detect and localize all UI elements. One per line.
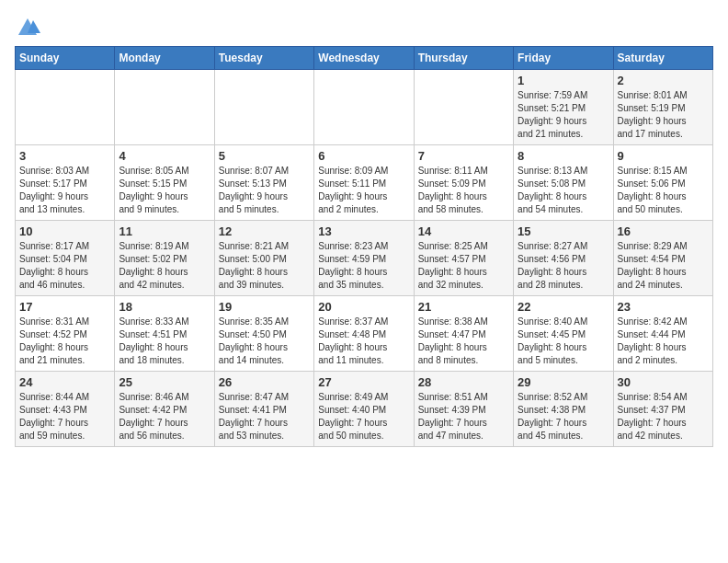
- day-info: Sunrise: 7:59 AM Sunset: 5:21 PM Dayligh…: [518, 89, 609, 141]
- day-info: Sunrise: 8:13 AM Sunset: 5:08 PM Dayligh…: [518, 165, 609, 216]
- day-number: 28: [418, 375, 509, 389]
- calendar-cell: 7Sunrise: 8:11 AM Sunset: 5:09 PM Daylig…: [414, 145, 513, 221]
- day-number: 18: [119, 300, 210, 314]
- calendar-cell: [414, 70, 513, 145]
- day-number: 14: [418, 224, 509, 238]
- day-number: 9: [618, 149, 709, 163]
- weekday-header-saturday: Saturday: [613, 47, 712, 70]
- day-info: Sunrise: 8:51 AM Sunset: 4:39 PM Dayligh…: [418, 391, 509, 442]
- calendar-cell: 17Sunrise: 8:31 AM Sunset: 4:52 PM Dayli…: [16, 296, 115, 372]
- calendar-cell: 4Sunrise: 8:05 AM Sunset: 5:15 PM Daylig…: [115, 145, 214, 221]
- calendar-cell: 20Sunrise: 8:37 AM Sunset: 4:48 PM Dayli…: [314, 296, 414, 372]
- day-info: Sunrise: 8:23 AM Sunset: 4:59 PM Dayligh…: [318, 240, 409, 292]
- day-number: 16: [618, 224, 709, 238]
- day-info: Sunrise: 8:25 AM Sunset: 4:57 PM Dayligh…: [418, 240, 509, 292]
- day-number: 25: [119, 375, 210, 389]
- weekday-header-monday: Monday: [115, 47, 214, 70]
- day-number: 17: [19, 300, 110, 314]
- day-info: Sunrise: 8:38 AM Sunset: 4:47 PM Dayligh…: [418, 316, 509, 367]
- calendar-header-row: SundayMondayTuesdayWednesdayThursdayFrid…: [16, 47, 713, 70]
- calendar-table: SundayMondayTuesdayWednesdayThursdayFrid…: [15, 46, 713, 447]
- calendar-cell: 14Sunrise: 8:25 AM Sunset: 4:57 PM Dayli…: [414, 221, 513, 296]
- day-number: 27: [318, 375, 409, 389]
- page-header: [15, 15, 713, 37]
- calendar-cell: 23Sunrise: 8:42 AM Sunset: 4:44 PM Dayli…: [613, 296, 712, 372]
- day-info: Sunrise: 8:11 AM Sunset: 5:09 PM Dayligh…: [418, 165, 509, 216]
- day-info: Sunrise: 8:21 AM Sunset: 5:00 PM Dayligh…: [219, 240, 310, 292]
- day-info: Sunrise: 8:31 AM Sunset: 4:52 PM Dayligh…: [19, 316, 110, 367]
- day-info: Sunrise: 8:09 AM Sunset: 5:11 PM Dayligh…: [318, 165, 409, 216]
- day-info: Sunrise: 8:52 AM Sunset: 4:38 PM Dayligh…: [518, 391, 609, 442]
- calendar-cell: 15Sunrise: 8:27 AM Sunset: 4:56 PM Dayli…: [514, 221, 613, 296]
- day-number: 19: [219, 300, 310, 314]
- day-number: 12: [219, 224, 310, 238]
- day-number: 3: [19, 149, 110, 163]
- day-number: 11: [119, 224, 210, 238]
- calendar-cell: [214, 70, 313, 145]
- calendar-cell: 27Sunrise: 8:49 AM Sunset: 4:40 PM Dayli…: [314, 372, 414, 447]
- weekday-header-tuesday: Tuesday: [214, 47, 313, 70]
- calendar-cell: 21Sunrise: 8:38 AM Sunset: 4:47 PM Dayli…: [414, 296, 513, 372]
- day-info: Sunrise: 8:27 AM Sunset: 4:56 PM Dayligh…: [518, 240, 609, 292]
- day-info: Sunrise: 8:19 AM Sunset: 5:02 PM Dayligh…: [119, 240, 210, 292]
- day-number: 13: [318, 224, 409, 238]
- calendar-cell: 22Sunrise: 8:40 AM Sunset: 4:45 PM Dayli…: [514, 296, 613, 372]
- day-info: Sunrise: 8:33 AM Sunset: 4:51 PM Dayligh…: [119, 316, 210, 367]
- calendar-week-row: 24Sunrise: 8:44 AM Sunset: 4:43 PM Dayli…: [16, 372, 713, 447]
- calendar-cell: 16Sunrise: 8:29 AM Sunset: 4:54 PM Dayli…: [613, 221, 712, 296]
- day-number: 26: [219, 375, 310, 389]
- calendar-cell: 28Sunrise: 8:51 AM Sunset: 4:39 PM Dayli…: [414, 372, 513, 447]
- weekday-header-sunday: Sunday: [16, 47, 115, 70]
- day-info: Sunrise: 8:03 AM Sunset: 5:17 PM Dayligh…: [19, 165, 110, 216]
- day-info: Sunrise: 8:35 AM Sunset: 4:50 PM Dayligh…: [219, 316, 310, 367]
- calendar-cell: 6Sunrise: 8:09 AM Sunset: 5:11 PM Daylig…: [314, 145, 414, 221]
- day-info: Sunrise: 8:46 AM Sunset: 4:42 PM Dayligh…: [119, 391, 210, 442]
- calendar-week-row: 17Sunrise: 8:31 AM Sunset: 4:52 PM Dayli…: [16, 296, 713, 372]
- calendar-cell: 2Sunrise: 8:01 AM Sunset: 5:19 PM Daylig…: [613, 70, 712, 145]
- calendar-week-row: 10Sunrise: 8:17 AM Sunset: 5:04 PM Dayli…: [16, 221, 713, 296]
- day-number: 1: [518, 74, 609, 87]
- calendar-cell: 25Sunrise: 8:46 AM Sunset: 4:42 PM Dayli…: [115, 372, 214, 447]
- logo-icon: [15, 15, 40, 40]
- day-info: Sunrise: 8:54 AM Sunset: 4:37 PM Dayligh…: [618, 391, 709, 442]
- day-info: Sunrise: 8:42 AM Sunset: 4:44 PM Dayligh…: [618, 316, 709, 367]
- day-number: 5: [219, 149, 310, 163]
- day-info: Sunrise: 8:40 AM Sunset: 4:45 PM Dayligh…: [518, 316, 609, 367]
- day-info: Sunrise: 8:37 AM Sunset: 4:48 PM Dayligh…: [318, 316, 409, 367]
- calendar-cell: 5Sunrise: 8:07 AM Sunset: 5:13 PM Daylig…: [214, 145, 313, 221]
- day-number: 21: [418, 300, 509, 314]
- page-container: SundayMondayTuesdayWednesdayThursdayFrid…: [0, 0, 728, 456]
- day-info: Sunrise: 8:44 AM Sunset: 4:43 PM Dayligh…: [19, 391, 110, 442]
- day-number: 15: [518, 224, 609, 238]
- logo: [15, 15, 40, 37]
- day-number: 24: [19, 375, 110, 389]
- weekday-header-friday: Friday: [514, 47, 613, 70]
- calendar-cell: 10Sunrise: 8:17 AM Sunset: 5:04 PM Dayli…: [16, 221, 115, 296]
- calendar-cell: 8Sunrise: 8:13 AM Sunset: 5:08 PM Daylig…: [514, 145, 613, 221]
- calendar-cell: 30Sunrise: 8:54 AM Sunset: 4:37 PM Dayli…: [613, 372, 712, 447]
- calendar-cell: 19Sunrise: 8:35 AM Sunset: 4:50 PM Dayli…: [214, 296, 313, 372]
- day-number: 29: [518, 375, 609, 389]
- calendar-cell: 18Sunrise: 8:33 AM Sunset: 4:51 PM Dayli…: [115, 296, 214, 372]
- calendar-cell: 9Sunrise: 8:15 AM Sunset: 5:06 PM Daylig…: [613, 145, 712, 221]
- day-number: 2: [618, 74, 709, 87]
- calendar-cell: [16, 70, 115, 145]
- day-number: 6: [318, 149, 409, 163]
- day-info: Sunrise: 8:05 AM Sunset: 5:15 PM Dayligh…: [119, 165, 210, 216]
- calendar-cell: 11Sunrise: 8:19 AM Sunset: 5:02 PM Dayli…: [115, 221, 214, 296]
- day-number: 30: [618, 375, 709, 389]
- day-number: 20: [318, 300, 409, 314]
- calendar-cell: 3Sunrise: 8:03 AM Sunset: 5:17 PM Daylig…: [16, 145, 115, 221]
- calendar-cell: 26Sunrise: 8:47 AM Sunset: 4:41 PM Dayli…: [214, 372, 313, 447]
- calendar-week-row: 3Sunrise: 8:03 AM Sunset: 5:17 PM Daylig…: [16, 145, 713, 221]
- day-info: Sunrise: 8:49 AM Sunset: 4:40 PM Dayligh…: [318, 391, 409, 442]
- calendar-week-row: 1Sunrise: 7:59 AM Sunset: 5:21 PM Daylig…: [16, 70, 713, 145]
- calendar-cell: 12Sunrise: 8:21 AM Sunset: 5:00 PM Dayli…: [214, 221, 313, 296]
- day-info: Sunrise: 8:15 AM Sunset: 5:06 PM Dayligh…: [618, 165, 709, 216]
- day-info: Sunrise: 8:29 AM Sunset: 4:54 PM Dayligh…: [618, 240, 709, 292]
- day-info: Sunrise: 8:07 AM Sunset: 5:13 PM Dayligh…: [219, 165, 310, 216]
- day-info: Sunrise: 8:01 AM Sunset: 5:19 PM Dayligh…: [618, 89, 709, 141]
- day-number: 10: [19, 224, 110, 238]
- day-info: Sunrise: 8:47 AM Sunset: 4:41 PM Dayligh…: [219, 391, 310, 442]
- calendar-cell: [314, 70, 414, 145]
